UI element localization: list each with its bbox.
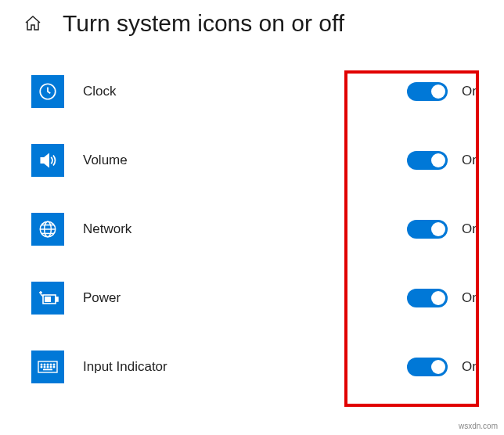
network-icon xyxy=(38,219,58,239)
keyboard-icon xyxy=(37,358,59,376)
toggle-area: On xyxy=(407,82,485,101)
watermark: wsxdn.com xyxy=(459,422,498,430)
svg-point-10 xyxy=(50,364,52,365)
toggle-state: On xyxy=(462,153,485,168)
power-icon xyxy=(37,288,59,308)
settings-list: Clock On Volume On Network xyxy=(0,44,504,383)
svg-point-9 xyxy=(47,364,49,365)
icon-tile xyxy=(31,351,64,383)
list-item: Power On xyxy=(31,282,485,315)
header: Turn system icons on or off xyxy=(0,0,504,44)
toggle-state: On xyxy=(462,84,485,99)
svg-point-12 xyxy=(41,366,42,368)
item-label: Network xyxy=(83,221,407,237)
item-label: Power xyxy=(83,290,407,306)
list-item: Network On xyxy=(31,213,485,246)
toggle-area: On xyxy=(407,358,485,376)
svg-point-11 xyxy=(53,364,55,365)
icon-tile xyxy=(31,282,64,315)
toggle-state: On xyxy=(462,290,485,306)
svg-point-7 xyxy=(41,364,42,365)
list-item: Input Indicator On xyxy=(31,351,485,383)
clock-icon xyxy=(38,81,58,102)
item-label: Input Indicator xyxy=(83,359,407,375)
svg-rect-5 xyxy=(45,297,51,302)
svg-rect-4 xyxy=(56,297,58,301)
volume-icon xyxy=(38,150,58,171)
home-icon xyxy=(23,14,42,33)
toggle-clock[interactable] xyxy=(407,82,448,101)
svg-point-14 xyxy=(47,366,49,368)
toggle-network[interactable] xyxy=(407,220,448,239)
toggle-state: On xyxy=(462,221,485,237)
toggle-power[interactable] xyxy=(407,289,448,307)
svg-point-13 xyxy=(44,366,45,368)
toggle-input-indicator[interactable] xyxy=(407,358,448,376)
page-title: Turn system icons on or off xyxy=(63,10,344,37)
list-item: Clock On xyxy=(31,75,485,108)
item-label: Volume xyxy=(83,153,407,168)
icon-tile xyxy=(31,213,64,246)
list-item: Volume On xyxy=(31,144,485,177)
svg-point-16 xyxy=(53,366,55,368)
icon-tile xyxy=(31,75,64,108)
svg-rect-17 xyxy=(43,369,52,371)
toggle-volume[interactable] xyxy=(407,151,448,170)
item-label: Clock xyxy=(83,84,407,99)
svg-point-15 xyxy=(50,366,52,368)
svg-point-8 xyxy=(44,364,45,365)
toggle-area: On xyxy=(407,220,485,239)
home-button[interactable] xyxy=(19,9,47,38)
toggle-state: On xyxy=(462,359,485,375)
toggle-area: On xyxy=(407,151,485,170)
icon-tile xyxy=(31,144,64,177)
toggle-area: On xyxy=(407,289,485,307)
